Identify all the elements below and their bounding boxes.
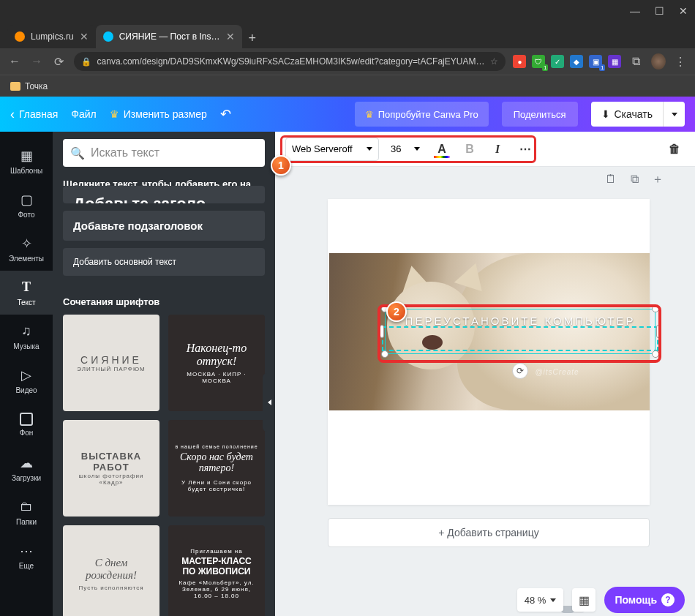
home-label: Главная	[19, 108, 58, 120]
add-page-icon[interactable]: ＋	[650, 171, 666, 187]
add-body-text-button[interactable]: Добавить основной текст	[63, 248, 265, 276]
window-maximize-button[interactable]: ☐	[655, 5, 664, 17]
try-pro-button[interactable]: ♛ Попробуйте Canva Pro	[355, 102, 489, 127]
delete-button[interactable]: 🗑	[664, 139, 685, 159]
rail-templates[interactable]: ▦Шаблоны	[0, 139, 53, 183]
undo-button[interactable]: ↶	[220, 106, 231, 122]
help-button[interactable]: Помощь ?	[604, 587, 685, 613]
background-icon	[20, 413, 33, 426]
reading-list-icon[interactable]: ⧉	[628, 53, 643, 70]
page-canvas[interactable]: @itsCreate 2 ПЕРЕУСТАНОВИТЕ КОМПЬЮТЕР	[328, 199, 650, 505]
chevron-left-icon: ‹	[10, 107, 15, 122]
extension-icon[interactable]: 🛡1	[532, 55, 545, 68]
favicon-icon	[15, 31, 25, 42]
font-combo-tile[interactable]: С днем рождения! Пусть исполняются	[63, 525, 159, 616]
rail-background[interactable]: Фон	[0, 402, 53, 446]
tile-title: СИЯНИЕ	[80, 354, 142, 366]
download-label: Скачать	[615, 108, 653, 120]
extension-icon[interactable]: ●	[513, 55, 526, 68]
resize-handle[interactable]	[381, 350, 388, 358]
resize-label: Изменить размер	[124, 108, 207, 120]
rail-elements[interactable]: ✧Элементы	[0, 227, 53, 271]
reload-button[interactable]: ⟳	[51, 53, 66, 70]
font-family-select[interactable]: Web Serveroff	[285, 138, 379, 161]
rail-text[interactable]: TТекст	[0, 271, 53, 315]
star-icon[interactable]: ☆	[490, 56, 498, 67]
canvas-viewport[interactable]: 🗒 ⧉ ＋ @itsCreate 2	[275, 167, 695, 616]
favicon-icon	[103, 31, 113, 42]
home-link[interactable]: ‹ Главная	[10, 107, 58, 122]
panel-collapse-handle[interactable]	[263, 373, 275, 432]
resize-handle-side[interactable]	[656, 325, 661, 338]
callout-badge-1: 1	[271, 155, 291, 176]
panel-heading: Щелкните текст, чтобы добавить его на…	[53, 174, 275, 186]
back-button[interactable]: ←	[7, 53, 22, 70]
new-tab-button[interactable]: +	[242, 28, 263, 48]
zoom-control[interactable]: 48 %	[517, 588, 564, 612]
extension-icon[interactable]: ▦	[608, 55, 621, 68]
bookmark-item[interactable]: Точка	[25, 81, 48, 91]
extension-icon[interactable]: ◆	[570, 55, 583, 68]
page-actions: 🗒 ⧉ ＋	[603, 171, 666, 187]
rail-photo[interactable]: ▢Фото	[0, 183, 53, 227]
folder-icon	[10, 82, 20, 91]
chevron-down-icon	[550, 598, 556, 602]
more-options-button[interactable]: ⋯	[515, 139, 536, 159]
templates-icon: ▦	[18, 148, 34, 164]
duplicate-page-icon[interactable]: ⧉	[626, 171, 642, 187]
tile-pre: Приглашаем на	[190, 548, 242, 555]
selected-text-element[interactable]: ПЕРЕУСТАНОВИТЕ КОМПЬЮТЕР ⟳	[389, 313, 651, 350]
text-color-button[interactable]: A	[432, 139, 452, 159]
extension-icon[interactable]: ▣1	[589, 55, 602, 68]
more-icon: ⋯	[18, 543, 34, 559]
tile-pre: в нашей семье пополнение	[175, 444, 258, 449]
rail-folders[interactable]: 🗀Папки	[0, 490, 53, 534]
tab-close-icon[interactable]: ✕	[80, 31, 89, 42]
resize-handle[interactable]	[652, 350, 659, 358]
resize-handle[interactable]	[652, 305, 659, 312]
browser-toolbar: ← → ⟳ 🔒 canva.com/design/DAD9SKmxKWg/S9i…	[0, 48, 695, 75]
extension-icon[interactable]: ✓	[551, 55, 564, 68]
italic-button[interactable]: I	[487, 139, 508, 159]
add-subheading-button[interactable]: Добавьте подзаголовок	[63, 211, 265, 241]
search-input[interactable]: 🔍 Искать текст	[63, 139, 265, 167]
tile-sub: МОСКВА · КИПР · МОСКВА	[174, 371, 259, 384]
resize-menu[interactable]: ♛ Изменить размер	[110, 108, 207, 120]
font-size-select[interactable]: 36	[386, 138, 424, 161]
rail-music[interactable]: ♫Музыка	[0, 315, 53, 358]
font-combo-tile[interactable]: СИЯНИЕ ЭЛИТНЫЙ ПАРФЮМ	[63, 315, 159, 411]
grid-view-button[interactable]: ▦	[572, 588, 596, 612]
resize-handle-side[interactable]	[380, 325, 384, 338]
profile-avatar[interactable]	[651, 53, 666, 70]
window-close-button[interactable]: ✕	[679, 5, 688, 17]
bold-button[interactable]: B	[459, 139, 480, 159]
forward-button[interactable]: →	[29, 53, 44, 70]
text-content[interactable]: ПЕРЕУСТАНОВИТЕ КОМПЬЮТЕР	[389, 313, 651, 350]
browser-menu-button[interactable]: ⋮	[673, 53, 688, 70]
tab-close-icon[interactable]: ✕	[226, 31, 235, 42]
tile-sub: У Лёни и Сони скоро будет сестричка!	[174, 479, 259, 492]
address-bar[interactable]: 🔒 canva.com/design/DAD9SKmxKWg/S9iuRFxSA…	[74, 52, 506, 71]
notes-icon[interactable]: 🗒	[603, 171, 619, 187]
canva-topbar: ‹ Главная Файл ♛ Изменить размер ↶ ♛ Поп…	[0, 97, 695, 132]
font-combo-tile[interactable]: в нашей семье пополнение Скоро нас будет…	[168, 420, 265, 517]
font-combo-tile[interactable]: Приглашаем на МАСТЕР-КЛАСС ПО ЖИВОПИСИ К…	[168, 525, 265, 616]
share-button[interactable]: Поделиться	[502, 102, 578, 127]
lock-icon: 🔒	[81, 57, 91, 67]
extension-icons: ● 🛡1 ✓ ◆ ▣1 ▦	[513, 55, 621, 68]
rail-more[interactable]: ⋯Еще	[0, 534, 53, 578]
rail-video[interactable]: ▷Видео	[0, 358, 53, 402]
rail-uploads[interactable]: ☁Загрузки	[0, 446, 53, 490]
add-page-button[interactable]: + Добавить страницу	[328, 518, 650, 547]
window-minimize-button[interactable]: —	[630, 5, 640, 17]
browser-tab-active[interactable]: СИЯНИЕ — Пост в Instagram ✕	[96, 25, 242, 48]
browser-tab-inactive[interactable]: Lumpics.ru ✕	[7, 25, 96, 48]
download-options-button[interactable]	[663, 102, 685, 127]
rotate-handle[interactable]: ⟳	[512, 363, 528, 379]
bottom-bar: 48 % ▦ Помощь ?	[507, 584, 695, 616]
font-combo-tile[interactable]: ВЫСТАВКА РАБОТ школы фотографии «Кадр»	[63, 420, 159, 517]
file-menu[interactable]: Файл	[71, 108, 96, 120]
download-button[interactable]: ⬇ Скачать	[591, 102, 664, 127]
add-heading-button[interactable]: Добавьте заголо…	[63, 186, 265, 203]
font-combo-tile[interactable]: Наконец-то отпуск! МОСКВА · КИПР · МОСКВ…	[168, 315, 265, 411]
